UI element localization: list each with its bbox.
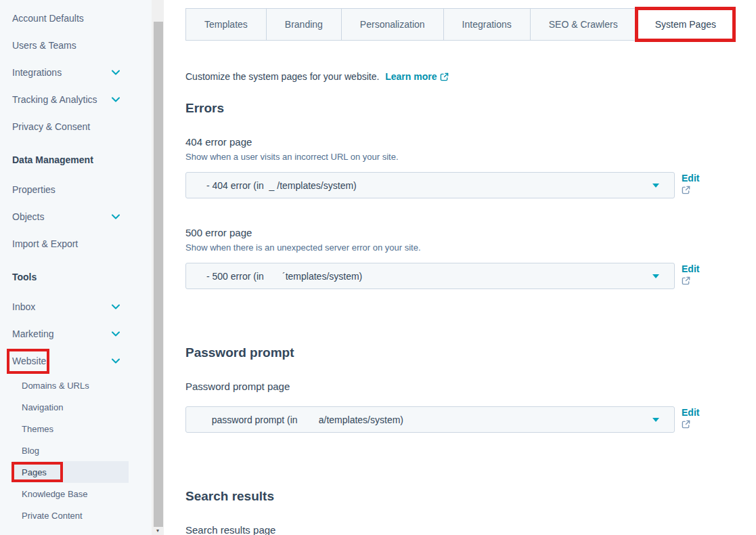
- sidebar-label-wrap: Marketing: [12, 328, 53, 339]
- sidebar-label-wrap: Inbox: [12, 301, 35, 312]
- external-link-icon: [440, 72, 449, 81]
- tab-seo-crawlers[interactable]: SEO & Crawlers: [531, 8, 637, 41]
- edit-column: Edit: [682, 172, 699, 194]
- learn-more-link[interactable]: Learn more: [385, 70, 449, 83]
- sidebar-item-label: Privacy & Consent: [12, 121, 90, 132]
- sidebar-label-wrap: Knowledge Base: [22, 489, 88, 499]
- sidebar-scrollbar[interactable]: ▾: [152, 0, 164, 535]
- sidebar-item-pages[interactable]: Pages: [12, 461, 129, 483]
- select-password-prompt-page[interactable]: password prompt (in a/templates/system): [185, 406, 675, 433]
- dropdown-caret-icon: [652, 184, 659, 188]
- tab-label: Branding: [285, 19, 323, 30]
- sidebar-label-wrap: Objects: [12, 211, 44, 222]
- tab-branding[interactable]: Branding: [267, 8, 342, 41]
- sidebar-item-label: Inbox: [12, 301, 35, 312]
- main-content: TemplatesBrandingPersonalizationIntegrat…: [164, 0, 756, 535]
- sidebar-item-label: Website: [12, 356, 46, 366]
- sidebar-item-marketing[interactable]: Marketing: [0, 320, 152, 347]
- select-row-password-prompt-page: password prompt (in a/templates/system)E…: [185, 406, 756, 433]
- edit-column: Edit: [682, 263, 699, 285]
- sidebar-item-knowledge-base[interactable]: Knowledge Base: [0, 483, 152, 505]
- select-404-error-page[interactable]: - 404 error (in _ /templates/system): [185, 172, 675, 198]
- sidebar-label-wrap: Website: [12, 356, 46, 366]
- section-password-prompt: Password promptPassword prompt page pass…: [185, 345, 756, 433]
- learn-more-label: Learn more: [385, 70, 437, 83]
- sidebar-item-domains-urls[interactable]: Domains & URLs: [0, 374, 152, 396]
- external-link-icon[interactable]: [682, 420, 699, 429]
- tab-label: Integrations: [462, 19, 512, 30]
- tab-label: SEO & Crawlers: [549, 19, 618, 30]
- dropdown-caret-icon: [652, 418, 659, 422]
- sidebar-item-blog[interactable]: Blog: [0, 440, 152, 461]
- field-description: Show when there is an unexpected server …: [185, 242, 756, 253]
- field-label: Password prompt page: [185, 380, 756, 393]
- edit-link-404-error-page[interactable]: Edit: [682, 173, 699, 184]
- sidebar-item-label: Private Content: [22, 511, 83, 521]
- sidebar-label-wrap: Pages: [22, 467, 47, 477]
- intro-text: Customize the system pages for your webs…: [185, 71, 379, 82]
- scrollbar-thumb[interactable]: [154, 22, 163, 527]
- sidebar-item-import-export[interactable]: Import & Export: [0, 230, 152, 257]
- sidebar-item-inbox[interactable]: Inbox: [0, 293, 152, 320]
- field-label: 404 error page: [185, 135, 756, 148]
- select-500-error-page[interactable]: - 500 error (in ´templates/system): [185, 263, 675, 289]
- chevron-down-icon: [112, 304, 120, 309]
- sidebar-item-objects[interactable]: Objects: [0, 203, 152, 230]
- sidebar-item-label: Tracking & Analytics: [12, 94, 97, 105]
- sidebar-item-label: Integrations: [12, 67, 62, 78]
- tab-personalization[interactable]: Personalization: [342, 8, 444, 41]
- edit-link-password-prompt-page[interactable]: Edit: [682, 407, 699, 418]
- section-title-errors: Errors: [185, 100, 756, 116]
- external-link-icon[interactable]: [682, 186, 699, 194]
- sidebar-label-wrap: Account Defaults: [12, 13, 84, 24]
- sidebar-label-wrap: Tools: [12, 272, 37, 282]
- tab-label: Templates: [204, 19, 248, 30]
- sidebar-item-users-teams[interactable]: Users & Teams: [0, 32, 152, 59]
- sidebar-item-website[interactable]: Website: [0, 347, 152, 374]
- intro-line: Customize the system pages for your webs…: [185, 70, 756, 83]
- sidebar-item-label: Properties: [12, 184, 55, 195]
- tab-templates[interactable]: Templates: [185, 8, 267, 41]
- sidebar-label-wrap: Themes: [22, 424, 53, 434]
- field-label: Search results page: [185, 523, 756, 535]
- tab-system-pages[interactable]: System Pages: [637, 8, 735, 41]
- edit-column: Edit: [682, 406, 699, 429]
- chevron-down-icon: [112, 214, 120, 219]
- sidebar-item-label: Navigation: [22, 402, 63, 412]
- sidebar-item-integrations[interactable]: Integrations: [0, 59, 152, 86]
- sidebar-item-label: Blog: [22, 446, 39, 456]
- sidebar-item-account-defaults[interactable]: Account Defaults: [0, 5, 152, 32]
- sidebar-item-tracking-analytics[interactable]: Tracking & Analytics: [0, 86, 152, 113]
- sidebar-item-themes[interactable]: Themes: [0, 418, 152, 440]
- sidebar-label-wrap: Private Content: [22, 511, 83, 521]
- sidebar-header-data-management: Data Management: [0, 146, 152, 173]
- tab-integrations[interactable]: Integrations: [444, 8, 531, 41]
- tab-label: Personalization: [360, 19, 425, 30]
- field-description: Show when a user visits an incorrect URL…: [185, 151, 756, 163]
- chevron-down-icon: [112, 70, 120, 75]
- settings-sidebar: Account DefaultsUsers & TeamsIntegration…: [0, 0, 152, 535]
- sidebar-item-label: Tools: [12, 272, 37, 282]
- field-label: 500 error page: [185, 226, 756, 239]
- sidebar-item-navigation[interactable]: Navigation: [0, 396, 152, 418]
- select-value: - 404 error (in _ /templates/system): [206, 180, 357, 191]
- dropdown-caret-icon: [652, 274, 659, 278]
- sidebar-item-label: Themes: [22, 424, 53, 434]
- sidebar-label-wrap: Integrations: [12, 67, 62, 78]
- sidebar-item-private-content[interactable]: Private Content: [0, 505, 152, 526]
- chevron-down-icon: [112, 358, 120, 364]
- sidebar-item-label: Data Management: [12, 154, 93, 165]
- sidebar-item-properties[interactable]: Properties: [0, 176, 152, 203]
- edit-link-500-error-page[interactable]: Edit: [682, 263, 699, 274]
- sidebar-item-privacy-consent[interactable]: Privacy & Consent: [0, 113, 152, 140]
- sidebar-label-wrap: Properties: [12, 184, 55, 195]
- sidebar-label-wrap: Privacy & Consent: [12, 121, 90, 132]
- scrollbar-down-button[interactable]: ▾: [152, 527, 164, 535]
- external-link-icon[interactable]: [682, 276, 699, 285]
- section-search-results: Search resultsSearch results page: [185, 488, 756, 535]
- sidebar-item-label: Pages: [22, 467, 47, 477]
- sidebar-label-wrap: Domains & URLs: [22, 381, 89, 391]
- sidebar-item-label: Account Defaults: [12, 13, 84, 24]
- tab-label: System Pages: [655, 19, 716, 30]
- select-value: password prompt (in a/templates/system): [206, 414, 403, 425]
